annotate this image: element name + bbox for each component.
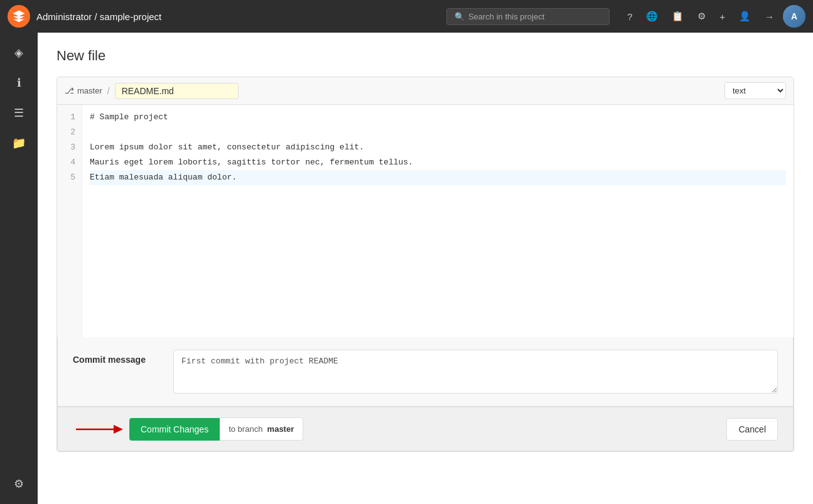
code-line-1: # Sample project xyxy=(90,110,786,125)
info-icon: ℹ xyxy=(17,76,21,90)
avatar-image: A xyxy=(783,5,805,28)
commit-actions: Commit Changes to branch master Cancel xyxy=(57,407,794,451)
breadcrumb: Administrator / sample-project xyxy=(36,11,161,22)
line-numbers: 1 2 3 4 5 xyxy=(57,105,82,337)
sidebar-item-activity[interactable]: ◈ xyxy=(5,39,33,67)
editor-toolbar: ⎇ master / text markdown html xyxy=(57,77,794,105)
code-line-4: Mauris eget lorem lobortis, sagittis tor… xyxy=(90,155,786,170)
issues-icon: ☰ xyxy=(14,106,24,120)
commit-message-label: Commit message xyxy=(73,350,161,365)
file-type-select[interactable]: text markdown html xyxy=(724,82,786,99)
cancel-button[interactable]: Cancel xyxy=(726,418,778,441)
repository-icon: 📁 xyxy=(12,136,26,150)
search-input[interactable] xyxy=(468,12,601,21)
main-content: New file ⎇ master / text markdown html 1… xyxy=(38,33,813,504)
globe-button[interactable]: 🌐 xyxy=(641,7,663,26)
code-content[interactable]: # Sample project Lorem ipsum dolor sit a… xyxy=(82,105,794,337)
branch-prefix: to branch xyxy=(229,424,262,434)
editor-container: ⎇ master / text markdown html 1 2 3 4 5 … xyxy=(57,77,794,452)
sidebar-item-repository[interactable]: 📁 xyxy=(5,129,33,157)
commit-message-row: Commit message First commit with project… xyxy=(73,350,778,394)
navbar: Administrator / sample-project 🔍 ? 🌐 📋 ⚙… xyxy=(0,0,813,33)
code-editor: 1 2 3 4 5 # Sample project Lorem ipsum d… xyxy=(57,105,794,337)
arrow-icon xyxy=(73,420,123,439)
branch-name: master xyxy=(77,86,102,95)
search-bar[interactable]: 🔍 xyxy=(446,8,610,25)
settings-button[interactable]: ⚙ xyxy=(692,7,711,26)
filename-input[interactable] xyxy=(115,83,239,99)
commit-branch-name: master xyxy=(267,424,294,434)
svg-marker-2 xyxy=(114,425,123,434)
activity-icon: ◈ xyxy=(14,46,23,60)
arrow-annotation xyxy=(73,420,123,439)
commit-message-input[interactable]: First commit with project README xyxy=(173,350,778,394)
clipboard-button[interactable]: 📋 xyxy=(667,7,689,26)
commit-changes-button[interactable]: Commit Changes xyxy=(129,418,220,441)
page-title: New file xyxy=(57,48,794,64)
branch-label: to branch master xyxy=(220,417,303,441)
line-number: 3 xyxy=(57,140,82,155)
settings-icon: ⚙ xyxy=(14,477,24,491)
sidebar: ◈ ℹ ☰ 📁 ⚙ xyxy=(0,33,38,504)
signout-button[interactable]: → xyxy=(760,8,779,26)
branch-badge: ⎇ master xyxy=(65,86,102,95)
line-number: 4 xyxy=(57,155,82,170)
app-logo[interactable] xyxy=(8,5,30,28)
search-icon: 🔍 xyxy=(455,12,465,21)
add-button[interactable]: + xyxy=(714,8,730,26)
branch-icon: ⎇ xyxy=(65,86,74,95)
code-line-5: Etiam malesuada aliquam dolor. xyxy=(90,170,786,185)
commit-section: Commit message First commit with project… xyxy=(57,337,794,407)
svg-marker-0 xyxy=(13,11,24,16)
sidebar-item-settings[interactable]: ⚙ xyxy=(5,470,33,498)
sidebar-item-info[interactable]: ℹ xyxy=(5,69,33,97)
path-separator: / xyxy=(107,86,110,96)
line-number: 2 xyxy=(57,125,82,140)
avatar[interactable]: A xyxy=(783,5,805,28)
line-number: 1 xyxy=(57,110,82,125)
line-number: 5 xyxy=(57,170,82,185)
navbar-icons: ? 🌐 📋 ⚙ + 👤 → A xyxy=(622,5,805,28)
code-line-3: Lorem ipsum dolor sit amet, consectetur … xyxy=(90,140,786,155)
user-button[interactable]: 👤 xyxy=(734,7,756,26)
sidebar-item-issues[interactable]: ☰ xyxy=(5,99,33,127)
help-button[interactable]: ? xyxy=(622,8,637,26)
code-line-2 xyxy=(90,125,786,140)
